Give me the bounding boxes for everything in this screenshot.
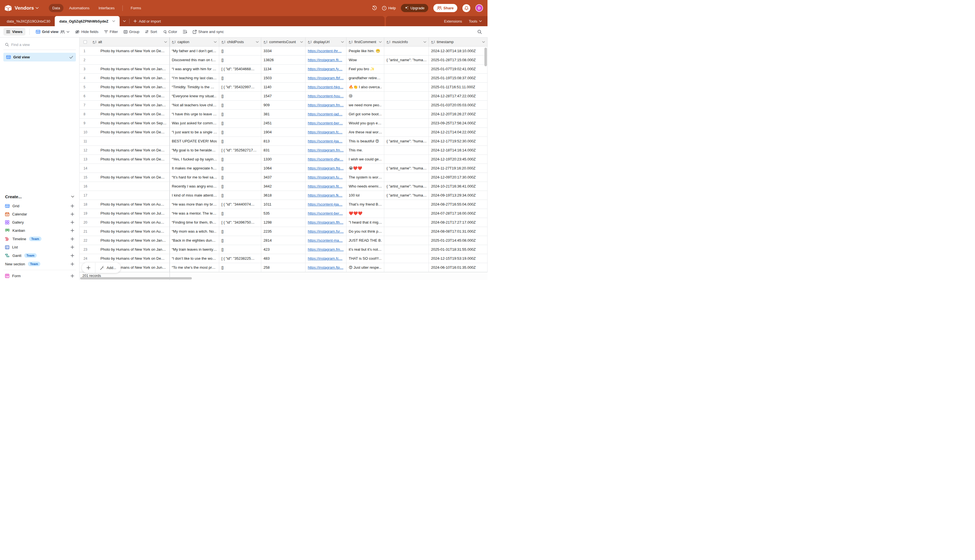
cell-firstComment[interactable]: 😍 Just utter respe… [346,263,384,272]
help-button[interactable]: ? Help [382,6,396,10]
cell-alt[interactable]: 24Photo by Humans of New York on De… [80,254,170,263]
cell-firstComment[interactable]: 😭❤️❤️ [346,164,384,173]
plus-icon[interactable] [70,262,74,266]
cell-timestamp[interactable]: 2024-06-10T16:01:35.000Z [429,263,488,272]
cell-firstComment[interactable]: Do you not think p… [346,227,384,236]
url-link[interactable]: https://scontent-ma… [308,238,343,242]
find-view-search[interactable] [3,41,76,50]
tools-button[interactable]: Tools [469,19,482,23]
cell-firstComment[interactable]: JUST READ THE B… [346,236,384,245]
cell-firstComment[interactable]: Would you guys e… [346,119,384,127]
cell-displayUrl[interactable]: https://instagram.flh… [306,218,346,227]
cell-commentsCount[interactable]: 3442 [261,182,306,191]
cell-firstComment[interactable]: it’s real but it’s not… [346,245,384,254]
cell-timestamp[interactable]: 2024-12-19T20:23:45.000Z [429,155,488,163]
cell-caption[interactable]: It makes me appreciate h… [170,164,219,173]
cell-commentsCount[interactable]: 3437 [261,173,306,182]
url-link[interactable]: https://instagram.fc… [308,130,342,134]
create-item-gallery[interactable]: Gallery [3,218,76,227]
cell-firstComment[interactable]: This me. [346,146,384,155]
create-item-new-section[interactable]: New sectionTeam [3,260,76,268]
cell-caption[interactable]: “My train leaves in twenty… [170,245,219,254]
plus-icon[interactable] [70,204,74,208]
column-menu-chevron-icon[interactable] [341,41,344,43]
cell-timestamp[interactable]: 2025-01-31T18:31:55.000Z [429,245,488,254]
cell-musicInfo[interactable] [384,155,429,163]
url-link[interactable]: https://instagram.fc… [308,256,342,260]
url-link[interactable]: https://scontent-lhr… [308,49,342,53]
cell-displayUrl[interactable]: https://instagram.fbf… [306,73,346,82]
cell-caption[interactable]: “Yes, I fucked up by sayin… [170,155,219,163]
table-row[interactable]: 25Photo by Humans of New York on Jun…“To… [80,263,488,272]
cell-caption[interactable]: “I don’t like to use the wo… [170,254,219,263]
table-row[interactable]: 21Photo by Humans of New York on Au…“My … [80,227,488,236]
cell-commentsCount[interactable]: 1140 [261,83,306,92]
cell-timestamp[interactable]: 2024-12-21T14:04:22.000Z [429,128,488,137]
cell-musicInfo[interactable] [384,146,429,155]
table-row[interactable]: 22Photo by Humans of New York on Jan…“Ba… [80,236,488,245]
table-row[interactable]: 13Photo by Humans of New York on De…“Yes… [80,155,488,164]
column-header-caption[interactable]: Acaption [170,38,219,46]
cell-commentsCount[interactable]: 1330 [261,155,306,163]
cell-displayUrl[interactable]: https://scontent-lhr… [306,47,346,55]
cell-alt[interactable]: 1Photo by Humans of New York on De… [80,47,170,55]
cell-childPosts[interactable]: [] [219,182,261,191]
cell-alt[interactable]: 15Photo by Humans of New York on De… [80,173,170,182]
cell-displayUrl[interactable]: https://scontent-ma… [306,236,346,245]
cell-firstComment[interactable]: Girl got some boot… [346,110,384,118]
plus-icon[interactable] [70,254,74,257]
cell-displayUrl[interactable]: https://scontent-hkg… [306,83,346,92]
cell-timestamp[interactable]: 2024-10-21T16:36:41.000Z [429,182,488,191]
cell-timestamp[interactable]: 2024-08-27T16:55:04.000Z [429,200,488,209]
cell-caption[interactable]: Recently I was angry eno… [170,182,219,191]
cell-caption[interactable]: “It’s hard for me to feel sa… [170,173,219,182]
share-button[interactable]: Share [433,4,457,12]
cell-displayUrl[interactable]: https://instagram.fk… [306,191,346,200]
cell-musicInfo[interactable] [384,119,429,127]
column-header-firstComment[interactable]: AfirstComment [346,38,384,46]
cell-caption[interactable]: “I was angry with him for … [170,65,219,73]
cell-musicInfo[interactable] [384,65,429,73]
create-item-kanban[interactable]: Kanban [3,227,76,235]
create-section-header[interactable]: Create... [3,194,76,202]
cell-commentsCount[interactable]: 2451 [261,119,306,127]
cell-timestamp[interactable]: 2024-08-21T17:27:17.000Z [429,218,488,227]
cell-alt[interactable]: 20Photo by Humans of New York on Au… [80,218,170,227]
cell-commentsCount[interactable]: 1298 [261,218,306,227]
plus-icon[interactable] [70,237,74,241]
vertical-scrollbar[interactable] [484,48,487,66]
group-button[interactable]: Group [121,28,142,35]
current-view-button[interactable]: Grid view [33,28,72,35]
table-row[interactable]: 2Discovered this man on t…[]13826https:/… [80,55,488,65]
cell-caption[interactable]: “Everyone knew my situat… [170,92,219,100]
cell-commentsCount[interactable]: 3618 [261,191,306,200]
cell-musicInfo[interactable] [384,128,429,137]
cell-musicInfo[interactable]: { "artist_name": "huma… [384,164,429,173]
cell-displayUrl[interactable]: https://instagram.fm… [306,101,346,109]
cell-caption[interactable]: Discovered this man on t… [170,55,219,64]
cell-firstComment[interactable]: This is beautiful 😍 [346,137,384,145]
cell-alt[interactable]: 14 [80,164,170,173]
cell-commentsCount[interactable]: 1064 [261,164,306,173]
cell-displayUrl[interactable]: https://scontent-iad… [306,110,346,118]
cell-caption[interactable]: “Back in the eighties dun… [170,236,219,245]
cell-musicInfo[interactable] [384,73,429,82]
plus-icon[interactable] [70,274,74,278]
cell-timestamp[interactable]: 2024-09-19T13:29:34.000Z [429,191,488,200]
cell-commentsCount[interactable]: 3334 [261,47,306,55]
table-tab-active[interactable]: data_Og5Zq6ZPNhWb5ydeZ [55,16,120,26]
cell-musicInfo[interactable]: { "artist_name": "huma… [384,55,429,64]
cell-musicInfo[interactable]: { "artist_name": "huma… [384,182,429,191]
cell-caption[interactable]: “My mom was a witch. No… [170,227,219,236]
cell-displayUrl[interactable]: https://instagram.fli… [306,55,346,64]
url-link[interactable]: https://instagram.fjp… [308,265,343,270]
url-link[interactable]: https://instagram.fli… [308,58,342,62]
cell-displayUrl[interactable]: https://instagram.fit… [306,182,346,191]
sidebar-view-grid-view[interactable]: Grid view [3,53,76,62]
cell-caption[interactable]: “To me she’s the most pr… [170,263,219,272]
cell-timestamp[interactable]: 2024-12-09T20:17:30.000Z [429,173,488,182]
cell-childPosts[interactable]: [] [219,164,261,173]
cell-firstComment[interactable]: 😢 [346,92,384,100]
url-link[interactable]: https://scontent-lga… [308,139,342,143]
cell-commentsCount[interactable]: 483 [261,254,306,263]
